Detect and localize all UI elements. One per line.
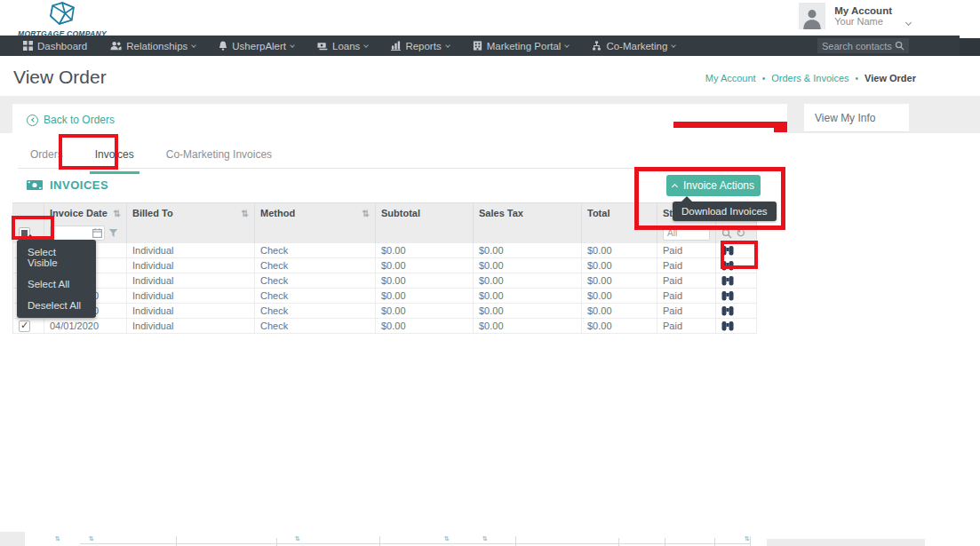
nav-usherpalert[interactable]: UsherpAlert [219, 41, 294, 51]
search-icon[interactable] [895, 41, 904, 51]
chevron-down-icon [672, 43, 677, 48]
person-icon [801, 6, 824, 29]
table-row: 05/01/2020 Individual Check $0.00 $0.00 … [12, 304, 757, 319]
company-logo-icon [43, 1, 82, 26]
page: MORTGAGE COMPANY My Account Your Name Da… [0, 0, 980, 546]
download-invoices-tooltip[interactable]: Download Invoices [673, 202, 777, 221]
partial-table-divider [276, 538, 277, 546]
tabs-divider [18, 168, 778, 169]
partial-sort-icon: ⇅ [55, 535, 60, 542]
title-band: View Order My Account • Orders & Invoice… [0, 56, 980, 96]
chevron-down-icon [445, 43, 450, 48]
table-row: 04/01/2020 Individual Check $0.00 $0.00 … [12, 319, 757, 334]
nav-label: Reports [405, 41, 441, 51]
tab-invoices[interactable]: Invoices [90, 141, 139, 174]
nav-label: Dashboard [37, 41, 87, 51]
status-badge: Paid [657, 243, 716, 257]
table-row: Individual Check $0.00 $0.00 $0.00 Paid [12, 243, 757, 258]
nav-label: UsherpAlert [232, 41, 286, 51]
company-logo[interactable]: MORTGAGE COMPANY [13, 1, 111, 38]
nav-label: Loans [332, 41, 360, 51]
table-row: Individual Check $0.00 $0.00 $0.00 Paid [12, 258, 757, 273]
menu-item-select-visible[interactable]: Select Visible [17, 241, 96, 273]
view-details-binoculars-icon[interactable] [721, 260, 734, 271]
header-total[interactable]: Total [582, 202, 657, 223]
menu-item-deselect-all[interactable]: Deselect All [17, 295, 96, 316]
header-subtotal[interactable]: Subtotal [376, 202, 474, 223]
status-filter-select[interactable]: All [663, 226, 710, 241]
status-badge: Paid [657, 319, 716, 333]
filter-funnel-icon[interactable] [108, 228, 118, 238]
account-menu[interactable]: My Account Your Name [799, 3, 911, 29]
partial-sort-icon: ⇅ [482, 535, 488, 542]
header-billed-to[interactable]: Billed To [127, 202, 255, 223]
invoice-actions-button[interactable]: Invoice Actions [666, 175, 761, 196]
breadcrumb-separator: • [762, 74, 766, 83]
search-input[interactable] [822, 41, 895, 51]
nav-label: Marketing Portal [487, 41, 562, 51]
table-row: Individual Check $0.00 $0.00 $0.00 Paid [12, 273, 757, 289]
select-options-menu: Select Visible Select All Deselect All [17, 240, 96, 318]
header-method[interactable]: Method [255, 202, 376, 223]
nav-dashboard[interactable]: Dashboard [23, 41, 87, 51]
view-details-binoculars-icon[interactable] [721, 320, 734, 331]
view-details-binoculars-icon[interactable] [721, 245, 734, 256]
nav-co-marketing[interactable]: Co-Marketing [592, 41, 675, 51]
reports-icon [391, 41, 401, 51]
breadcrumb-link-my-account[interactable]: My Account [705, 73, 756, 83]
tab-orders[interactable]: Orders [25, 141, 68, 174]
relationships-icon [110, 41, 122, 51]
partial-sort-icon: ⇅ [89, 535, 94, 542]
nav-loans[interactable]: Loans [317, 41, 368, 51]
nav-marketing-portal[interactable]: Marketing Portal [473, 41, 570, 51]
date-filter-input[interactable] [50, 226, 105, 241]
partial-sort-icon: ⇅ [295, 535, 300, 542]
back-to-orders-link[interactable]: Back to Orders [27, 114, 115, 126]
tab-bar: Orders Invoices Co-Marketing Invoices [25, 141, 277, 174]
header-invoice-date[interactable]: Invoice Date [44, 202, 127, 223]
sort-icon[interactable] [242, 208, 249, 218]
breadcrumb-current: View Order [864, 73, 916, 83]
tab-co-marketing-invoices[interactable]: Co-Marketing Invoices [161, 141, 277, 174]
invoice-money-icon [27, 180, 43, 190]
chevron-down-icon [290, 43, 295, 48]
contact-search[interactable] [817, 38, 909, 53]
view-my-info-menu-item[interactable]: View My Info [804, 104, 909, 132]
table-search-icon[interactable] [721, 228, 732, 239]
status-badge: Paid [657, 304, 716, 318]
calendar-icon[interactable] [92, 228, 102, 238]
menu-item-select-all[interactable]: Select All [17, 273, 96, 295]
dashboard-icon [23, 41, 33, 51]
nav-relationships[interactable]: Relationships [110, 41, 195, 51]
partial-table-divider [379, 536, 380, 546]
table-filter-row: All [12, 223, 757, 243]
view-details-binoculars-icon[interactable] [721, 305, 734, 316]
partial-table-divider [714, 538, 715, 546]
sort-icon[interactable] [363, 208, 370, 218]
view-details-binoculars-icon[interactable] [721, 290, 734, 301]
co-marketing-icon [592, 41, 602, 51]
breadcrumb: My Account • Orders & Invoices • View Or… [705, 73, 916, 83]
header-sales-tax[interactable]: Sales Tax [474, 202, 582, 223]
avatar [799, 3, 825, 29]
view-details-binoculars-icon[interactable] [721, 275, 734, 286]
breadcrumb-separator: • [856, 74, 859, 83]
nav-reports[interactable]: Reports [391, 41, 449, 51]
row-checkbox[interactable] [19, 320, 30, 332]
breadcrumb-link-orders-invoices[interactable]: Orders & Invoices [771, 73, 849, 83]
partial-table-divider [665, 538, 665, 546]
account-title: My Account [834, 5, 892, 16]
status-badge: Paid [657, 273, 716, 288]
sort-icon[interactable] [114, 208, 121, 218]
table-header-row: Invoice Date Billed To Method Subtotal S… [12, 202, 757, 223]
page-edge-artifact [0, 532, 25, 546]
page-title: View Order [13, 67, 107, 88]
refresh-icon[interactable] [736, 226, 745, 240]
partial-sort-icon: ⇅ [745, 535, 750, 542]
partial-table-divider [176, 536, 177, 546]
bell-icon [219, 41, 227, 51]
invoices-section-header: INVOICES [27, 178, 108, 192]
partial-table-divider [515, 536, 516, 546]
chevron-down-icon [565, 43, 570, 48]
partial-table-divider [750, 536, 751, 546]
